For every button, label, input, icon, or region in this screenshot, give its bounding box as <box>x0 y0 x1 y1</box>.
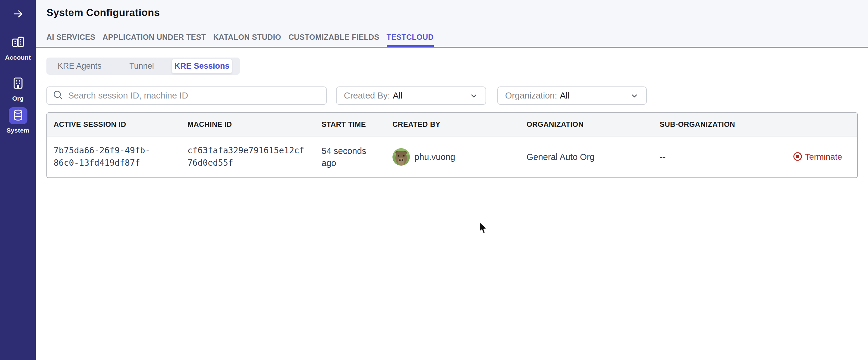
subtab-tunnel[interactable]: Tunnel <box>112 59 172 73</box>
created-by-filter[interactable]: Created By: All <box>336 87 486 105</box>
search-icon <box>53 90 64 102</box>
sidebar-item-system[interactable]: System <box>0 107 36 134</box>
sidebar-item-label: System <box>7 127 30 134</box>
col-start-time: START TIME <box>315 120 386 129</box>
sub-organization-cell: -- <box>653 151 747 163</box>
arrow-right-icon <box>12 8 24 21</box>
subtab-kre-agents[interactable]: KRE Agents <box>48 59 112 73</box>
table-header-row: ACTIVE SESSION ID MACHINE ID START TIME … <box>47 113 857 136</box>
created-by-filter-value: All <box>393 91 402 101</box>
sessions-table: ACTIVE SESSION ID MACHINE ID START TIME … <box>46 112 858 178</box>
sidebar-item-account[interactable]: Account <box>0 34 36 61</box>
database-icon <box>11 108 25 123</box>
building-icon <box>11 76 25 92</box>
user-avatar <box>393 148 410 166</box>
tab-application-under-test[interactable]: APPLICATION UNDER TEST <box>102 33 206 47</box>
terminate-button[interactable]: Terminate <box>793 152 842 162</box>
terminate-button-label: Terminate <box>805 152 842 162</box>
main-content: KRE Agents Tunnel KRE Sessions Created B… <box>36 48 868 360</box>
page-title: System Configurations <box>46 7 160 19</box>
user-name: phu.vuong <box>414 151 455 163</box>
created-by-filter-label: Created By: <box>344 91 390 101</box>
testcloud-subtabs: KRE Agents Tunnel KRE Sessions <box>46 58 240 75</box>
organization-cell: General Auto Org <box>520 151 653 163</box>
chevron-down-icon <box>630 91 639 100</box>
tab-testcloud[interactable]: TESTCLOUD <box>387 33 434 47</box>
start-time-cell: 54 seconds ago <box>315 145 386 169</box>
stop-icon <box>793 152 802 162</box>
expand-sidebar-button[interactable] <box>0 8 36 21</box>
col-created-by: CREATED BY <box>386 120 520 129</box>
col-active-session-id: ACTIVE SESSION ID <box>47 120 181 129</box>
organization-filter[interactable]: Organization: All <box>497 87 647 105</box>
organization-filter-label: Organization: <box>505 91 557 101</box>
organization-filter-value: All <box>560 91 569 101</box>
sidebar: Account Org <box>0 0 36 360</box>
machine-id-cell: cf63fafa329e791615e12cf76d0ed55f <box>181 144 315 169</box>
tab-customizable-fields[interactable]: CUSTOMIZABLE FIELDS <box>288 33 379 47</box>
table-row: 7b75da66-26f9-49fb-86c0-13fd419df87f cf6… <box>47 136 857 177</box>
sidebar-item-label: Org <box>12 95 24 102</box>
sidebar-item-org[interactable]: Org <box>0 75 36 102</box>
tab-ai-services[interactable]: AI SERVICES <box>46 33 95 47</box>
filters-row: Created By: All Organization: All <box>36 87 868 105</box>
created-by-cell: phu.vuong <box>386 148 520 166</box>
search-box <box>46 87 327 105</box>
tab-katalon-studio[interactable]: KATALON STUDIO <box>213 33 281 47</box>
page-header: System Configurations AI SERVICES APPLIC… <box>36 0 868 47</box>
col-sub-organization: SUB-ORGANIZATION <box>653 120 747 129</box>
buildings-icon <box>10 35 26 51</box>
chevron-down-icon <box>469 91 478 100</box>
subtab-kre-sessions[interactable]: KRE Sessions <box>172 59 232 73</box>
config-tabs: AI SERVICES APPLICATION UNDER TEST KATAL… <box>46 33 434 47</box>
session-id-cell: 7b75da66-26f9-49fb-86c0-13fd419df87f <box>47 144 181 169</box>
sidebar-item-label: Account <box>5 54 31 61</box>
col-organization: ORGANIZATION <box>520 120 653 129</box>
search-input[interactable] <box>68 91 321 101</box>
actions-cell: Terminate <box>747 152 857 162</box>
col-machine-id: MACHINE ID <box>181 120 315 129</box>
